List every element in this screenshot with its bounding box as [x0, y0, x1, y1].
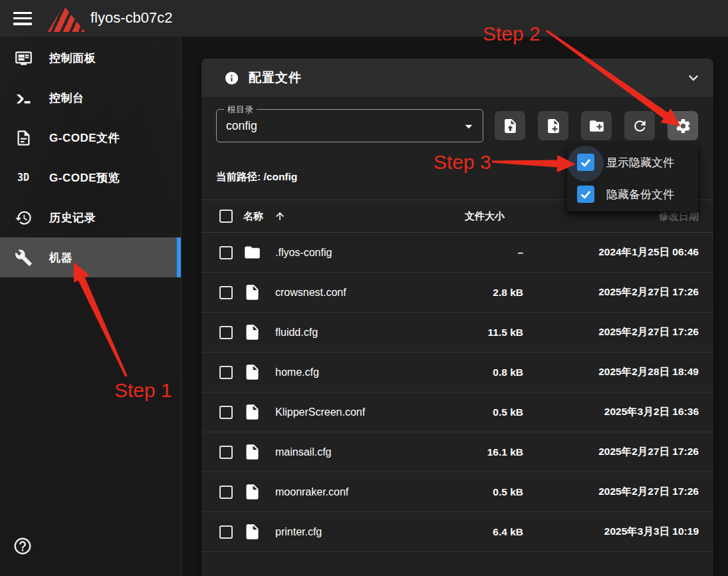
column-header-size[interactable]: 文件大小	[424, 210, 523, 223]
3d-preview-icon: 3D	[13, 168, 33, 188]
sidebar-item-dashboard[interactable]: 控制面板	[0, 38, 181, 78]
checkbox-checked-icon[interactable]	[577, 186, 594, 203]
menu-icon[interactable]	[13, 12, 32, 25]
create-folder-button[interactable]	[581, 111, 612, 140]
table-row[interactable]: home.cfg 0.8 kB 2025年2月28日 18:49	[201, 353, 713, 392]
table-row[interactable]: crowsnest.conf 2.8 kB 2025年2月27日 17:26	[201, 273, 713, 313]
row-checkbox[interactable]	[219, 366, 233, 379]
file-icon	[243, 443, 275, 461]
table-row[interactable]: mainsail.cfg 16.1 kB 2025年2月27日 17:26	[201, 432, 713, 472]
sidebar-item-gcode-files[interactable]: G-CODE文件	[0, 118, 181, 158]
table-row[interactable]: .flyos-config – 2024年1月25日 06:46	[201, 233, 713, 273]
file-icon	[243, 523, 275, 541]
collapse-panel-button[interactable]	[684, 69, 703, 87]
upload-file-button[interactable]	[495, 111, 525, 140]
file-icon	[243, 323, 275, 341]
current-path: 当前路径: /config	[216, 170, 297, 184]
file-upload-icon	[502, 118, 519, 134]
row-checkbox[interactable]	[219, 326, 233, 339]
menu-down-icon	[460, 118, 477, 135]
row-checkbox[interactable]	[219, 446, 233, 459]
refresh-button[interactable]	[624, 111, 655, 140]
settings-button[interactable]	[667, 111, 698, 140]
row-checkbox[interactable]	[219, 246, 233, 259]
settings-menu: 显示隐藏文件 隐藏备份文件	[567, 145, 698, 212]
selected-accent-bar	[177, 237, 181, 277]
row-checkbox[interactable]	[219, 286, 233, 299]
help-button[interactable]	[13, 536, 33, 556]
gear-icon	[675, 118, 691, 134]
row-checkbox[interactable]	[219, 406, 233, 419]
select-all-checkbox[interactable]	[219, 210, 233, 223]
menu-item-show-hidden-files[interactable]: 显示隐藏文件	[567, 146, 698, 178]
app-title: flyos-cb07c2	[90, 9, 173, 27]
chevron-down-icon	[684, 69, 703, 87]
panel-header: 配置文件	[201, 59, 713, 97]
file-icon	[243, 363, 275, 381]
help-circle-icon	[13, 536, 33, 556]
sidebar: 控制面板 控制台 G-CODE文件 3D G-CODE预览 历史记录	[0, 37, 182, 576]
create-file-button[interactable]	[538, 111, 568, 140]
file-table: 名称 文件大小 修改日期 .flyos-config – 2024年1月25日 …	[201, 200, 713, 552]
history-icon	[13, 208, 33, 227]
table-row[interactable]: fluidd.cfg 11.5 kB 2025年2月27日 17:26	[201, 313, 713, 353]
dashboard-monitor-icon	[13, 48, 33, 68]
menu-item-hide-backup-files[interactable]: 隐藏备份文件	[567, 178, 698, 210]
sidebar-item-gcode-preview[interactable]: 3D G-CODE预览	[0, 158, 181, 198]
row-checkbox[interactable]	[219, 486, 233, 499]
top-app-bar: flyos-cb07c2	[0, 0, 728, 37]
checkbox-checked-icon[interactable]	[577, 154, 594, 171]
folder-plus-icon	[588, 118, 605, 134]
table-row[interactable]: printer.cfg 6.4 kB 2025年3月3日 10:19	[201, 512, 713, 552]
root-directory-select[interactable]: 根目录 config	[216, 109, 483, 142]
file-icon	[243, 283, 275, 301]
table-row[interactable]: KlipperScreen.conf 0.5 kB 2025年3月2日 16:3…	[201, 392, 713, 432]
file-icon	[243, 403, 275, 421]
column-header-name[interactable]: 名称	[243, 210, 424, 223]
file-toolbar	[495, 111, 698, 140]
refresh-icon	[632, 118, 648, 134]
file-icon	[243, 483, 275, 501]
panel-title: 配置文件	[249, 69, 302, 86]
sidebar-item-console[interactable]: 控制台	[0, 78, 181, 118]
app-window: flyos-cb07c2 控制面板 控制台 G-CODE文件 3D G-CODE…	[0, 0, 728, 576]
app-logo	[48, 5, 85, 32]
arrow-up-icon	[274, 210, 286, 222]
table-row[interactable]: moonraker.conf 0.5 kB 2025年2月27日 17:26	[201, 472, 713, 512]
information-icon	[224, 71, 239, 86]
row-checkbox[interactable]	[219, 525, 233, 539]
console-icon	[13, 88, 33, 108]
sidebar-item-machine[interactable]: 机器	[0, 237, 181, 277]
sidebar-item-history[interactable]: 历史记录	[0, 198, 181, 237]
file-plus-icon	[545, 118, 562, 134]
select-value: config	[226, 110, 257, 142]
config-files-panel: 配置文件 根目录 config	[201, 59, 713, 576]
folder-icon	[243, 243, 275, 261]
column-header-modified[interactable]: 修改日期	[523, 210, 699, 223]
wrench-icon	[13, 247, 33, 267]
gcode-file-icon	[13, 128, 33, 148]
